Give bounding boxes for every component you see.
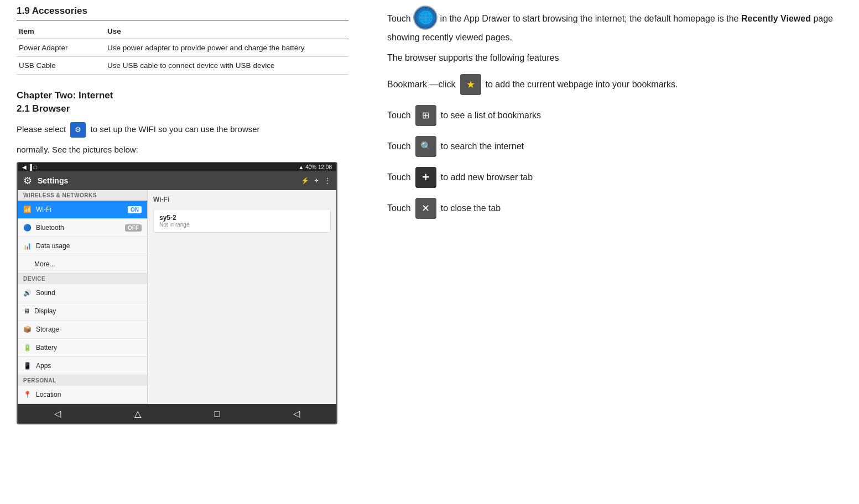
sidebar-item-bluetooth[interactable]: 🔵 Bluetooth OFF: [18, 219, 147, 237]
body-text-see: normally. See the pictures below:: [17, 143, 348, 156]
wifi-pane-header: Wi-Fi: [153, 196, 331, 203]
wifi-ssid: sy5-2: [159, 214, 325, 222]
sidebar-item-display[interactable]: 🖥 Display: [18, 302, 147, 321]
touch-newtab-row: Touch + to add new browser tab: [387, 167, 837, 188]
bluetooth-toggle[interactable]: OFF: [125, 224, 142, 232]
section-wireless: WIRELESS & NETWORKS: [18, 190, 147, 201]
action-bar-add-icon: +: [315, 177, 319, 185]
storage-icon: 📦: [23, 326, 32, 333]
chapter-heading: Chapter Two: Internet: [17, 90, 348, 101]
table-row: USB CableUse USB cable to connect device…: [17, 57, 348, 75]
action-bar-charge-icon: ⚡: [301, 177, 309, 185]
touch-closetab-pre: Touch: [387, 201, 411, 216]
col-item-header: Item: [17, 24, 105, 39]
wifi-network-item[interactable]: sy5-2 Not in range: [153, 209, 331, 233]
table-cell-item: Power Adapter: [17, 39, 105, 57]
storage-label: Storage: [36, 326, 59, 333]
android-action-bar: ⚙ Settings ⚡ + ⋮: [18, 171, 336, 190]
wifi-toggle[interactable]: ON: [128, 206, 142, 213]
wifi-status: Not in range: [159, 222, 325, 228]
sidebar-item-wifi[interactable]: 📶 Wi-Fi ON: [18, 201, 147, 219]
section-heading: 2.1 Browser: [17, 103, 348, 114]
body-text-wifi-post: to set up the WIFI so you can use the br…: [91, 124, 260, 134]
sound-icon: 🔊: [23, 289, 32, 297]
touch-newtab-pre: Touch: [387, 170, 411, 185]
close-tab-icon: ✕: [415, 198, 436, 219]
location-label: Location: [36, 391, 61, 398]
table-row: Power AdapterUse power adapter to provid…: [17, 39, 348, 57]
accessories-table: Item Use Power AdapterUse power adapter …: [17, 24, 348, 75]
intro-text: Touch 🌐 in the App Drawer to start brows…: [387, 6, 837, 45]
search-browser-icon: 🔍: [415, 136, 436, 157]
wifi-icon: 📶: [23, 206, 32, 213]
wifi-settings-icon: ⚙: [70, 122, 86, 138]
bookmark-post: to add the current webpage into your boo…: [486, 77, 678, 92]
location-icon: 📍: [23, 391, 32, 398]
sidebar-item-location[interactable]: 📍 Location: [18, 386, 147, 404]
touch-search-post: to search the internet: [441, 139, 524, 154]
display-icon: 🖥: [23, 307, 30, 315]
sidebar-item-storage[interactable]: 📦 Storage: [18, 321, 147, 339]
bookmark-click-row: Bookmark —click ★ to add the current web…: [387, 74, 837, 95]
bookmark-star-icon: ★: [460, 74, 481, 95]
touch-bookmarks-row: Touch ⊞ to see a list of bookmarks: [387, 105, 837, 126]
android-sidebar: WIRELESS & NETWORKS 📶 Wi-Fi ON 🔵 Bluetoo…: [18, 190, 148, 404]
section-personal: PERSONAL: [18, 375, 147, 386]
bluetooth-label: Bluetooth: [36, 224, 64, 232]
touch-newtab-post: to add new browser tab: [441, 170, 533, 185]
sidebar-item-sound[interactable]: 🔊 Sound: [18, 284, 147, 302]
nav-home-btn[interactable]: △: [126, 407, 150, 420]
body-text-wifi: Please select ⚙ to set up the WIFI so yo…: [17, 122, 348, 138]
display-label: Display: [34, 307, 56, 315]
sidebar-item-more[interactable]: More...: [18, 255, 147, 274]
touch-closetab-post: to close the tab: [441, 201, 501, 216]
left-column: 1.9 Accessories Item Use Power AdapterUs…: [0, 0, 365, 504]
battery-icon: 🔋: [23, 344, 32, 351]
settings-gear-icon: ⚙: [23, 175, 32, 187]
accessories-title: 1.9 Accessories: [17, 6, 348, 17]
globe-browser-icon: 🌐: [413, 6, 438, 30]
sidebar-item-data-usage[interactable]: 📊 Data usage: [18, 237, 147, 255]
sidebar-item-apps[interactable]: 📱 Apps: [18, 357, 147, 375]
nav-recent-btn[interactable]: □: [205, 408, 228, 420]
status-bar-left: ◀ ▐ □: [22, 164, 37, 170]
table-cell-use: Use power adapter to provide power and c…: [105, 39, 348, 57]
nav-vol-btn[interactable]: ◁: [284, 407, 309, 420]
apps-icon: 📱: [23, 362, 32, 370]
touch-bookmarks-post: to see a list of bookmarks: [441, 108, 541, 123]
data-usage-icon: 📊: [23, 242, 32, 250]
features-label: The browser supports the following featu…: [387, 53, 837, 63]
android-nav-bar: ◁ △ □ ◁: [18, 404, 336, 423]
body-text-wifi-pre: Please select: [17, 124, 66, 134]
wifi-label: Wi-Fi: [36, 206, 51, 213]
title-divider: [17, 20, 348, 20]
data-usage-label: Data usage: [36, 242, 70, 250]
status-bar-right: ▲ 40% 12:08: [299, 164, 332, 170]
col-use-header: Use: [105, 24, 348, 39]
android-status-bar: ◀ ▐ □ ▲ 40% 12:08: [18, 163, 336, 171]
sound-label: Sound: [36, 289, 55, 297]
bookmark-pre: Bookmark —click: [387, 77, 456, 92]
table-cell-item: USB Cable: [17, 57, 105, 75]
bookmarks-list-icon: ⊞: [415, 105, 436, 126]
nav-back-btn[interactable]: ◁: [45, 407, 70, 420]
section-device: DEVICE: [18, 274, 147, 284]
right-column: Touch 🌐 in the App Drawer to start brows…: [365, 0, 859, 504]
table-cell-use: Use USB cable to connect device with USB…: [105, 57, 348, 75]
touch-closetab-row: Touch ✕ to close the tab: [387, 198, 837, 219]
recently-viewed-label: Recently Viewed: [741, 14, 811, 23]
more-label: More...: [23, 260, 55, 268]
sidebar-item-battery[interactable]: 🔋 Battery: [18, 339, 147, 357]
android-body: WIRELESS & NETWORKS 📶 Wi-Fi ON 🔵 Bluetoo…: [18, 190, 336, 404]
android-screenshot: ◀ ▐ □ ▲ 40% 12:08 ⚙ Settings ⚡ + ⋮ WIREL…: [17, 162, 337, 424]
android-content-pane: Wi-Fi sy5-2 Not in range: [148, 190, 336, 404]
touch-search-pre: Touch: [387, 139, 411, 154]
touch-search-row: Touch 🔍 to search the internet: [387, 136, 837, 157]
action-bar-more-icon: ⋮: [324, 177, 331, 185]
new-tab-icon: +: [415, 167, 436, 188]
touch-intro-post: in the App Drawer to start browsing the …: [440, 14, 739, 23]
touch-intro-pre: Touch: [387, 14, 411, 23]
bluetooth-icon: 🔵: [23, 224, 32, 232]
action-bar-title: Settings: [38, 176, 295, 185]
touch-bookmarks-pre: Touch: [387, 108, 411, 123]
